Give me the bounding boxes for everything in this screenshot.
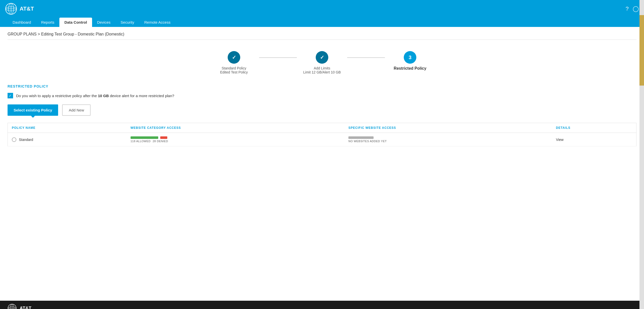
checkbox-label-bold: 10 GB xyxy=(98,94,109,98)
col-policy-name: POLICY NAME xyxy=(8,123,127,133)
button-row: Select existing Policy Add New xyxy=(8,104,636,116)
step-3: 3 Restricted Policy xyxy=(385,51,435,71)
step-1-label: Standard Policy xyxy=(222,66,246,70)
specific-bar-container: NO WEBSITES ADDED YET xyxy=(348,136,548,143)
bar-row xyxy=(131,136,340,139)
bar-container: 118 ALLOWED 28 DENIED xyxy=(131,136,340,143)
table-header-row: POLICY NAME WEBSITE CATEGORY ACCESS SPEC… xyxy=(8,123,636,133)
checkbox-label: Do you wish to apply a restrictive polic… xyxy=(16,94,174,98)
specific-bar xyxy=(348,136,374,139)
step-1: ✓ Standard Policy Edited Test Policy xyxy=(209,51,259,74)
checkbox-label-after: device alert for a more restricted plan? xyxy=(109,94,174,98)
footer-logo-text: AT&T xyxy=(20,306,31,309)
step-1-circle: ✓ xyxy=(228,51,240,64)
step-2-label: Add Limits xyxy=(314,66,330,70)
att-globe-icon xyxy=(5,3,17,15)
step-3-label: Restricted Policy xyxy=(394,66,426,71)
step-connector-2 xyxy=(347,57,385,58)
logo: AT&T xyxy=(5,3,34,15)
add-new-button[interactable]: Add New xyxy=(62,104,91,116)
view-link[interactable]: View xyxy=(556,138,564,142)
main-content: GROUP PLANS > Editing Test Group - Domes… xyxy=(0,27,644,301)
section-title: RESTRICTED POLICY xyxy=(8,84,636,88)
specific-label: NO WEBSITES ADDED YET xyxy=(348,140,548,143)
details-cell: View xyxy=(552,133,636,146)
allowed-label: 118 ALLOWED xyxy=(131,140,151,143)
help-icon[interactable]: ? xyxy=(626,6,629,12)
nav-item-reports[interactable]: Reports xyxy=(36,18,59,27)
table-body: Standard 118 ALLOWED 28 DENIED xyxy=(8,133,636,146)
policy-table: POLICY NAME WEBSITE CATEGORY ACCESS SPEC… xyxy=(8,123,636,146)
step-connector-1 xyxy=(259,57,297,58)
restrict-policy-checkbox[interactable]: ✓ xyxy=(8,93,13,98)
breadcrumb: GROUP PLANS > Editing Test Group - Domes… xyxy=(8,32,636,40)
policy-name-label: Standard xyxy=(19,138,33,142)
denied-bar xyxy=(160,136,167,139)
header: AT&T ? ◯ xyxy=(0,0,644,18)
col-specific-website: SPECIFIC WEBSITE ACCESS xyxy=(344,123,552,133)
specific-website-cell: NO WEBSITES ADDED YET xyxy=(344,133,552,146)
website-category-cell: 118 ALLOWED 28 DENIED xyxy=(127,133,344,146)
step-2-sublabel: Limit 12 GB/Alert 10 GB xyxy=(303,70,341,74)
denied-label: 28 DENIED xyxy=(153,140,168,143)
stepper: ✓ Standard Policy Edited Test Policy ✓ A… xyxy=(8,44,636,84)
step-2-icon: ✓ xyxy=(320,54,324,60)
select-existing-policy-button[interactable]: Select existing Policy xyxy=(8,104,58,116)
nav-item-data-control[interactable]: Data Control xyxy=(59,18,92,27)
bar-labels: 118 ALLOWED 28 DENIED xyxy=(131,140,340,143)
nav-item-security[interactable]: Security xyxy=(115,18,139,27)
allowed-bar xyxy=(131,136,158,139)
nav-item-remote-access[interactable]: Remote Access xyxy=(139,18,175,27)
nav-item-dashboard[interactable]: Dashboard xyxy=(8,18,36,27)
col-details: DETAILS xyxy=(552,123,636,133)
step-2-circle: ✓ xyxy=(316,51,328,64)
scrollbar[interactable] xyxy=(639,0,644,309)
step-1-sublabel: Edited Test Policy xyxy=(220,70,248,74)
nav-bar: Dashboard Reports Data Control Devices S… xyxy=(0,18,644,27)
table-header: POLICY NAME WEBSITE CATEGORY ACCESS SPEC… xyxy=(8,123,636,133)
footer: AT&T xyxy=(0,301,644,309)
user-icon[interactable]: ◯ xyxy=(633,6,639,12)
policy-radio[interactable] xyxy=(12,137,16,142)
step-1-icon: ✓ xyxy=(232,54,236,60)
step-2: ✓ Add Limits Limit 12 GB/Alert 10 GB xyxy=(297,51,347,74)
nav-item-devices[interactable]: Devices xyxy=(92,18,115,27)
checkmark-icon: ✓ xyxy=(9,94,12,98)
step-3-circle: 3 xyxy=(404,51,416,64)
header-icons: ? ◯ xyxy=(626,6,639,12)
col-website-category: WEBSITE CATEGORY ACCESS xyxy=(127,123,344,133)
table-row: Standard 118 ALLOWED 28 DENIED xyxy=(8,133,636,146)
checkbox-row: ✓ Do you wish to apply a restrictive pol… xyxy=(8,93,636,98)
step-3-icon: 3 xyxy=(409,55,411,60)
scrollbar-thumb[interactable] xyxy=(639,15,644,86)
footer-globe-icon xyxy=(8,304,17,309)
logo-text: AT&T xyxy=(20,6,34,12)
checkbox-label-before: Do you wish to apply a restrictive polic… xyxy=(16,94,98,98)
policy-name-cell: Standard xyxy=(8,133,127,146)
